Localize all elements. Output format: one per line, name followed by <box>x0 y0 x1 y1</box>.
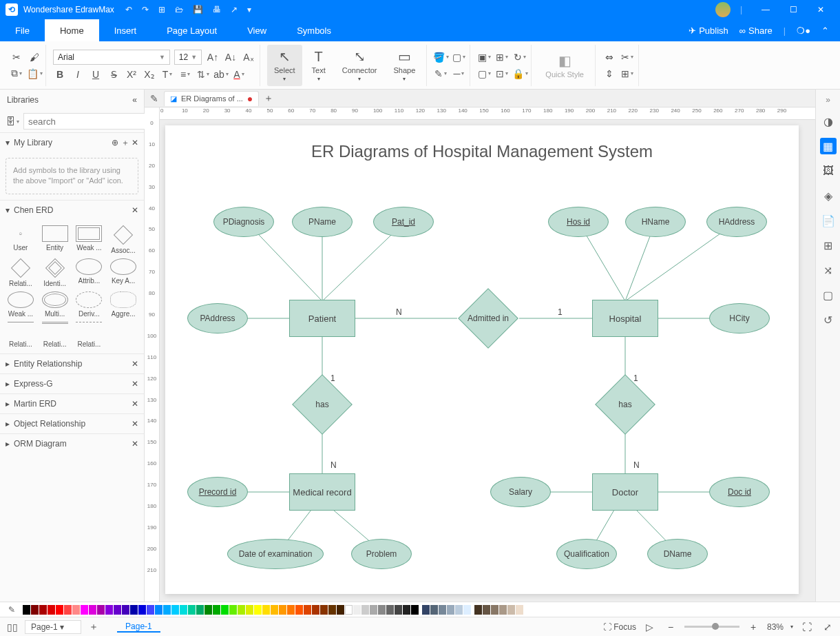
group-icon[interactable]: ⊡ <box>495 67 509 81</box>
attr-precordid[interactable]: Precord id <box>187 477 248 507</box>
color-swatch[interactable] <box>171 605 179 615</box>
color-swatch[interactable] <box>370 605 377 615</box>
color-swatch[interactable] <box>430 605 438 615</box>
copy-icon[interactable]: ⧉ <box>10 67 23 81</box>
search-input[interactable] <box>23 113 149 130</box>
close-icon[interactable]: ✕ <box>807 5 834 14</box>
history-icon[interactable]: ↺ <box>820 311 837 328</box>
strike-icon[interactable]: S̶ <box>107 68 120 81</box>
fit-page-icon[interactable]: ⛶ <box>800 620 814 634</box>
page-props-icon[interactable]: 📄 <box>820 212 837 229</box>
same-height-icon[interactable]: ⇕ <box>602 67 616 81</box>
page[interactable]: ER Diagrams of Hospital Management Syste… <box>165 125 799 594</box>
present-icon[interactable]: ▢ <box>820 287 837 303</box>
bring-front-icon[interactable]: ▣ <box>477 50 491 64</box>
cat-objrel[interactable]: ▸ Object Relationship✕ <box>0 414 144 433</box>
shape-key[interactable]: Key A... <box>107 257 140 289</box>
color-swatch[interactable] <box>320 605 328 615</box>
color-swatch[interactable] <box>395 605 402 615</box>
color-swatch[interactable] <box>204 605 212 615</box>
superscript-icon[interactable]: X² <box>125 68 138 81</box>
attr-docid[interactable]: Doc id <box>709 477 770 507</box>
canvas[interactable]: ER Diagrams of Hospital Management Syste… <box>160 120 815 602</box>
bold-icon[interactable]: B <box>53 68 67 81</box>
layers-icon[interactable]: ◈ <box>820 187 837 204</box>
italic-icon[interactable]: I <box>71 68 85 81</box>
export-icon[interactable]: ↗ <box>231 5 238 14</box>
rel-admitted[interactable]: Admitted in <box>457 300 519 337</box>
color-swatch[interactable] <box>422 605 430 615</box>
tab-view[interactable]: View <box>232 19 282 41</box>
attr-doe[interactable]: Date of examination <box>227 539 324 569</box>
color-swatch[interactable] <box>213 605 220 615</box>
shape-attrib[interactable]: Attrib... <box>73 257 106 289</box>
cut-icon[interactable]: ✂ <box>10 50 23 64</box>
color-swatch[interactable] <box>97 605 105 615</box>
attr-dname[interactable]: DName <box>647 539 708 569</box>
shape-user[interactable]: ☺User <box>4 224 37 256</box>
underline-icon[interactable]: U <box>89 68 103 81</box>
color-swatch[interactable] <box>474 605 482 615</box>
tab-symbols[interactable]: Symbols <box>282 19 346 41</box>
line-style-icon[interactable]: ─ <box>452 67 465 81</box>
color-swatch[interactable] <box>56 605 63 615</box>
color-swatch[interactable] <box>353 605 361 615</box>
publish-button[interactable]: ✈ Publish <box>689 25 728 36</box>
theme-icon[interactable]: ◑ <box>820 113 837 130</box>
shape-aggre[interactable]: Aggre... <box>107 290 140 319</box>
color-swatch[interactable] <box>386 605 394 615</box>
send-back-icon[interactable]: ▢ <box>477 67 491 81</box>
shape-rel2[interactable]: Relati... <box>39 320 72 349</box>
add-doc-icon[interactable]: ＋ <box>262 92 275 105</box>
color-swatch[interactable] <box>262 605 270 615</box>
add-page-icon[interactable]: ＋ <box>87 620 101 634</box>
fullscreen-icon[interactable]: ⤢ <box>821 620 834 634</box>
page-select[interactable]: Page-1 ▾ <box>25 620 81 634</box>
color-swatch[interactable] <box>455 605 463 615</box>
minimize-icon[interactable]: — <box>752 5 779 14</box>
redo-icon[interactable]: ↷ <box>142 5 149 14</box>
cat-expressg[interactable]: ▸ Express-G✕ <box>0 374 144 393</box>
color-swatch[interactable] <box>48 605 55 615</box>
color-swatch[interactable] <box>114 605 121 615</box>
color-swatch[interactable] <box>64 605 72 615</box>
color-swatch[interactable] <box>516 605 523 615</box>
color-swatch[interactable] <box>147 605 154 615</box>
shape-rel[interactable]: Relati... <box>4 257 37 289</box>
font-color-icon[interactable]: A <box>232 68 246 81</box>
attr-patid[interactable]: Pat_id <box>373 207 434 237</box>
cat-er[interactable]: ▸ Entity Relationship✕ <box>0 354 144 373</box>
save-icon[interactable]: 💾 <box>193 5 203 14</box>
color-swatch[interactable] <box>411 605 419 615</box>
shuffle-icon[interactable]: ⤨ <box>820 262 837 278</box>
color-swatch[interactable] <box>138 605 146 615</box>
shape-weak-entity[interactable]: Weak ... <box>73 224 106 256</box>
shape-weak-attr[interactable]: Weak ... <box>4 290 37 319</box>
page-nav-icon[interactable]: ▯▯ <box>6 620 19 634</box>
zoom-slider[interactable] <box>684 626 739 628</box>
attr-hosid[interactable]: Hos id <box>548 207 609 237</box>
attr-pname[interactable]: PName <box>292 207 353 237</box>
attr-problem[interactable]: Problem <box>351 539 412 569</box>
crop-icon[interactable]: ✂ <box>620 50 634 64</box>
color-swatch[interactable] <box>312 605 319 615</box>
line-icon[interactable]: ✎ <box>434 67 448 81</box>
color-swatch[interactable] <box>499 605 507 615</box>
same-width-icon[interactable]: ⇔ <box>602 50 616 64</box>
tab-file[interactable]: File <box>0 19 45 41</box>
highlight-icon[interactable]: ab <box>214 68 228 81</box>
tab-home[interactable]: Home <box>45 19 99 41</box>
quick-style-button[interactable]: ◧Quick Style <box>538 45 591 86</box>
color-swatch[interactable] <box>279 605 286 615</box>
zoom-out-icon[interactable]: − <box>664 620 678 634</box>
diagram-title[interactable]: ER Diagrams of Hospital Management Syste… <box>165 142 799 161</box>
chen-header[interactable]: ▾ Chen ERD✕ <box>0 201 144 220</box>
eyedropper-icon[interactable]: ✎ <box>6 605 18 615</box>
shadow-icon[interactable]: ▢ <box>452 50 465 64</box>
rotate-icon[interactable]: ↻ <box>513 50 527 64</box>
color-swatch[interactable] <box>221 605 229 615</box>
tab-insert[interactable]: Insert <box>99 19 152 41</box>
attr-pdiagnosis[interactable]: PDiagnosis <box>213 207 274 237</box>
bullets-icon[interactable]: ≡ <box>178 68 192 81</box>
color-swatch[interactable] <box>271 605 278 615</box>
